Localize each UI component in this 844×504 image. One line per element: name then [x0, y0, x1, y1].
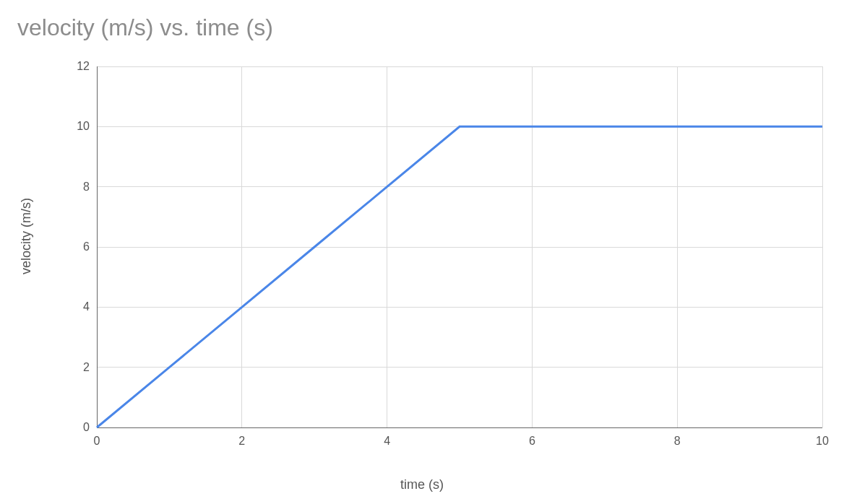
x-tick-label: 0 — [94, 435, 100, 447]
x-tick-label: 4 — [384, 435, 390, 447]
y-tick-label: 10 — [77, 120, 90, 132]
y-tick-label: 12 — [77, 60, 90, 72]
plot-area: 0246810024681012 — [65, 58, 831, 462]
y-axis-label: velocity (m/s) — [19, 198, 34, 274]
tick-labels: 0246810024681012 — [77, 60, 829, 447]
x-tick-label: 6 — [529, 435, 535, 447]
chart-title: velocity (m/s) vs. time (s) — [17, 14, 273, 41]
x-tick-label: 8 — [674, 435, 681, 447]
chart-container: velocity (m/s) vs. time (s) velocity (m/… — [0, 0, 844, 504]
y-tick-label: 4 — [83, 300, 90, 313]
x-tick-label: 10 — [816, 435, 829, 447]
y-tick-label: 2 — [83, 361, 90, 373]
y-tick-label: 0 — [83, 421, 90, 433]
series-line — [97, 126, 822, 427]
y-tick-label: 6 — [83, 240, 90, 253]
x-tick-label: 2 — [238, 435, 245, 447]
gridlines — [97, 66, 822, 427]
x-axis-label: time (s) — [0, 477, 844, 492]
chart-svg: 0246810024681012 — [65, 58, 831, 462]
y-tick-label: 8 — [83, 181, 90, 193]
